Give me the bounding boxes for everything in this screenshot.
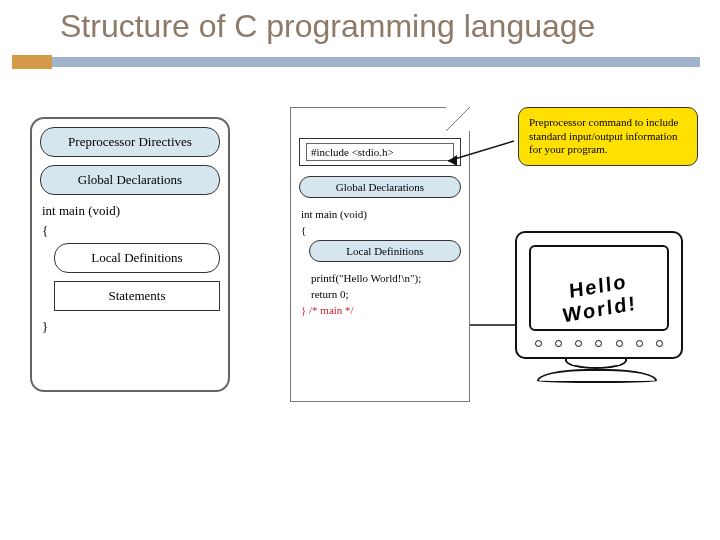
diagram-area: Preprocessor Directives Global Declarati… bbox=[0, 107, 720, 459]
monitor-button-icon bbox=[555, 340, 562, 347]
monitor-button-icon bbox=[575, 340, 582, 347]
return-line: return 0; bbox=[311, 288, 461, 300]
close-brace: } bbox=[42, 319, 220, 335]
example-global-declarations: Global Declarations bbox=[299, 176, 461, 198]
statements-box: Statements bbox=[54, 281, 220, 311]
structure-template-panel: Preprocessor Directives Global Declarati… bbox=[30, 117, 230, 392]
title-divider bbox=[20, 57, 700, 67]
include-directive-box: #include <stdio.h> bbox=[299, 138, 461, 166]
example-open-brace: { bbox=[301, 224, 461, 236]
monitor-button-icon bbox=[535, 340, 542, 347]
slide-title: Structure of C programming language bbox=[0, 0, 720, 53]
local-definitions-box: Local Definitions bbox=[54, 243, 220, 273]
preprocessor-explanation-callout: Preprocessor command to include standard… bbox=[518, 107, 698, 166]
example-program-panel: #include <stdio.h> Global Declarations i… bbox=[290, 107, 470, 402]
include-line: #include <stdio.h> bbox=[306, 143, 454, 161]
monitor-button-icon bbox=[636, 340, 643, 347]
title-accent bbox=[12, 55, 52, 69]
monitor-button-icon bbox=[616, 340, 623, 347]
preprocessor-directives-box: Preprocessor Directives bbox=[40, 127, 220, 157]
monitor-base-icon bbox=[537, 369, 657, 383]
page-fold-icon bbox=[446, 107, 470, 131]
printf-line: printf("Hello World!\n"); bbox=[311, 272, 461, 284]
global-declarations-box: Global Declarations bbox=[40, 165, 220, 195]
example-main-signature: int main (void) bbox=[301, 208, 461, 220]
monitor-button-icon bbox=[595, 340, 602, 347]
example-local-definitions: Local Definitions bbox=[309, 240, 461, 262]
open-brace: { bbox=[42, 223, 220, 239]
monitor-illustration: Hello World! bbox=[511, 227, 696, 397]
close-brace-comment: } /* main */ bbox=[301, 304, 461, 316]
monitor-screen: Hello World! bbox=[529, 245, 669, 331]
monitor-body: Hello World! bbox=[515, 231, 683, 359]
monitor-stand-icon bbox=[565, 359, 627, 369]
monitor-buttons bbox=[535, 338, 663, 350]
monitor-button-icon bbox=[656, 340, 663, 347]
main-signature: int main (void) bbox=[42, 203, 220, 219]
screen-output-text: Hello World! bbox=[530, 263, 667, 333]
